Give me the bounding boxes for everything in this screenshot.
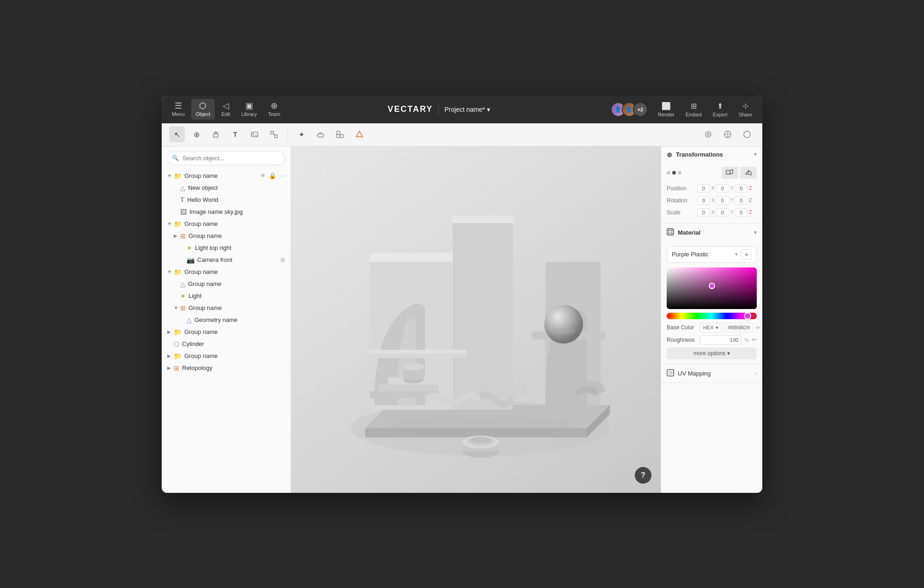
tree-item-lt[interactable]: ✦ Light [162, 290, 291, 302]
eyedrop-btn[interactable]: ✏ [751, 312, 757, 319]
tool-circle[interactable] [739, 127, 755, 142]
world-space-btn[interactable] [722, 167, 738, 179]
color-value-input[interactable]: #BB6BD9 [724, 323, 753, 332]
pos-x[interactable]: 0 [697, 184, 710, 193]
logo: VECTARY [388, 104, 433, 114]
tree-item-l1[interactable]: ✦ Light top right [162, 242, 291, 254]
nav-edit[interactable]: ◁ Edit [217, 99, 235, 120]
share-btn[interactable]: ⊹ Share [734, 99, 757, 120]
camera-action[interactable]: ⊞ [280, 257, 285, 263]
tree-item-c1[interactable]: 📷 Camera front ⊞ [162, 254, 291, 266]
tree-item-g3a[interactable]: △ Group name [162, 278, 291, 290]
color-format-selector[interactable]: HEX ▾ [700, 323, 722, 333]
toolbar-sep-1 [287, 129, 288, 140]
object-icon-g3a: △ [180, 280, 185, 288]
rot-z[interactable]: 0 [735, 196, 748, 205]
svg-rect-10 [337, 134, 340, 138]
tool-select[interactable]: ↖ [169, 127, 185, 142]
hw-label: Hello World [187, 196, 285, 203]
uv-row[interactable]: UV Mapping › [661, 364, 762, 382]
tree-item-g2[interactable]: ▼ 📁 Group name [162, 218, 291, 230]
color-picker-dot[interactable] [709, 283, 715, 289]
tree-item-g2a[interactable]: ▶ ⊞ Group name [162, 230, 291, 242]
tree-item-geom[interactable]: △ Geometry name [162, 314, 291, 326]
tree-item-g1[interactable]: ▼ 📁 Group name 👁 🔒 ⋯ [162, 170, 291, 182]
edit-icon: ◁ [223, 102, 229, 110]
collaborators: 👤 👤 +2 [611, 102, 648, 117]
tree-item-ret[interactable]: ▶ ⊞ Retopology [162, 362, 291, 374]
rotation-row: Rotation 0 X 0 Y 0 Z [661, 194, 762, 206]
roughness-pencil[interactable]: ✏ [752, 336, 757, 343]
rot-x[interactable]: 0 [697, 196, 710, 205]
position-label: Position [667, 185, 694, 192]
tool-vector[interactable] [266, 127, 282, 142]
pencil-icon[interactable]: ✏ [756, 324, 761, 331]
tool-image[interactable] [247, 127, 262, 142]
svg-line-6 [274, 133, 274, 136]
eye-icon[interactable]: 👁 [260, 172, 266, 179]
scale-x[interactable]: 0 [697, 208, 710, 217]
lock-icon[interactable]: 🔒 [269, 172, 276, 179]
pivot-dot-1[interactable] [667, 171, 670, 175]
scale-z[interactable]: 0 [735, 208, 748, 217]
tool-text[interactable]: T [227, 127, 243, 142]
roughness-input[interactable]: 100 [700, 335, 742, 345]
nav-object[interactable]: ⬡ Object [191, 99, 215, 120]
pos-z[interactable]: 0 [735, 184, 748, 193]
tree-item-g3b[interactable]: ▼ ⊞ Group name [162, 302, 291, 314]
pivot-controls [661, 163, 762, 182]
search-input[interactable] [167, 151, 285, 165]
tree-item-n1[interactable]: △ New object [162, 182, 291, 194]
nav-menu[interactable]: ☰ Menu [167, 99, 189, 120]
transformations-header[interactable]: ⊕ Transformations ▾ [661, 146, 762, 163]
more-icon[interactable]: ⋯ [279, 172, 285, 179]
color-picker[interactable] [667, 267, 757, 309]
tree-item-g5[interactable]: ▶ 📁 Group name [162, 350, 291, 362]
help-button[interactable]: ? [635, 467, 651, 484]
tool-boolean[interactable] [352, 127, 367, 142]
rotation-label: Rotation [667, 197, 694, 204]
add-material-btn[interactable]: + [742, 249, 752, 260]
tool-transform[interactable]: ⊕ [188, 127, 204, 142]
tool-target[interactable] [700, 127, 716, 142]
pivot-dot-2[interactable] [672, 171, 676, 175]
tree-item-img[interactable]: 🖼 Image name sky.jpg [162, 206, 291, 218]
nav-library[interactable]: ▣ Library [237, 99, 261, 120]
hue-thumb[interactable] [744, 312, 751, 320]
hue-slider[interactable] [667, 313, 757, 319]
material-section: Material ▾ Purple Plastic ▾ + [661, 224, 762, 364]
nav-edit-label: Edit [221, 111, 230, 117]
tree-item-cyl[interactable]: ⬡ Cylinder [162, 338, 291, 350]
roughness-row: Roughness 100 % ✏ [667, 335, 757, 345]
tree-item-g4[interactable]: ▶ 📁 Group name [162, 326, 291, 338]
tool-snap[interactable] [720, 127, 736, 142]
material-dropdown[interactable]: Purple Plastic ▾ + [667, 246, 757, 263]
tree-item-hw[interactable]: T Hello World [162, 194, 291, 206]
svg-rect-34 [379, 384, 439, 391]
main-content: 🔍 ▼ 📁 Group name 👁 🔒 ⋯ △ New object [162, 146, 762, 493]
pos-y[interactable]: 0 [716, 184, 729, 193]
toolbar-right [700, 127, 755, 142]
search-box: 🔍 [167, 151, 285, 165]
viewport[interactable]: ? [291, 146, 661, 493]
project-name[interactable]: Project name* ▾ [444, 106, 490, 113]
scale-y[interactable]: 0 [716, 208, 729, 217]
svg-point-31 [544, 305, 583, 344]
local-space-btn[interactable] [740, 167, 757, 179]
scale-x-label: X [711, 210, 715, 215]
tool-sculpt[interactable] [313, 127, 328, 142]
embed-btn[interactable]: ⊞ Embed [681, 99, 706, 120]
export-btn[interactable]: ⬆ Export [708, 99, 732, 120]
share-icon: ⊹ [742, 102, 748, 110]
tool-box[interactable] [208, 127, 224, 142]
tree-item-g3[interactable]: ▼ 📁 Group name [162, 266, 291, 278]
rot-y[interactable]: 0 [716, 196, 729, 205]
pivot-dot-3[interactable] [678, 171, 681, 175]
tool-light[interactable]: ✦ [293, 127, 309, 142]
transformations-title: Transformations [676, 151, 723, 158]
camera-icon-c1: 📷 [187, 256, 195, 264]
tool-group[interactable] [332, 127, 348, 142]
material-header[interactable]: Material ▾ [661, 224, 762, 242]
more-options-btn[interactable]: more options ▾ [667, 347, 757, 359]
render-btn[interactable]: ⬜ Render [653, 99, 679, 120]
